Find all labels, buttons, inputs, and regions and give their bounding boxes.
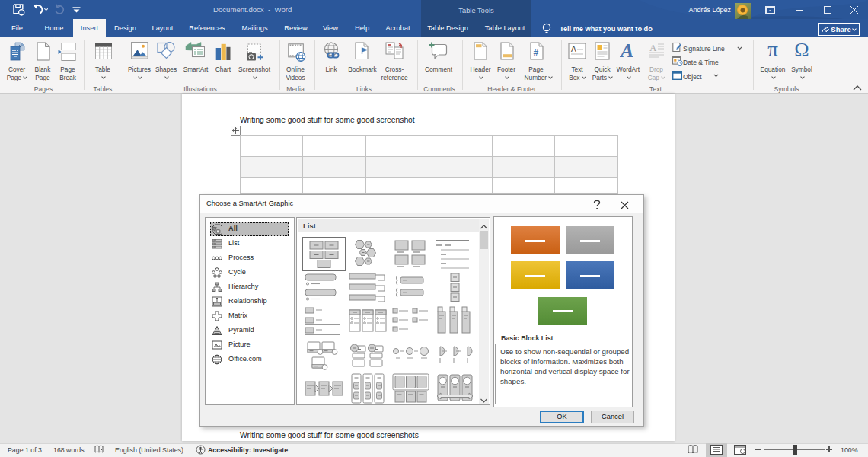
svg-text:#: # (534, 47, 539, 58)
svg-text:A: A (649, 42, 657, 53)
svg-text:A: A (620, 42, 633, 59)
svg-text:A: A (571, 45, 576, 53)
